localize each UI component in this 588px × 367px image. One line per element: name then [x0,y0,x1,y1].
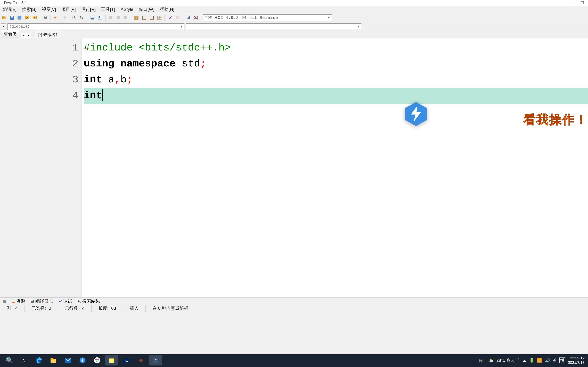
svg-rect-58 [24,359,26,360]
class-view-tab[interactable]: 查看类 [1,30,20,38]
bottom-tabs: 资源 编译日志 调试 搜索结果 [0,298,588,305]
menu-tools[interactable]: 工具[T] [99,6,117,13]
members-select[interactable] [186,24,361,30]
open-icon[interactable] [1,14,8,21]
class-sidebar[interactable] [0,38,51,298]
nav-back-button[interactable]: ◄ [1,24,6,30]
bottom-tab-compile[interactable] [1,299,8,304]
cloud-sync-icon[interactable]: ☁ [522,358,527,363]
volume-icon[interactable]: 🔊 [545,358,550,363]
profile-icon[interactable] [185,14,192,21]
search-icon[interactable]: 🔍 [3,355,16,366]
grid2-icon[interactable] [140,14,148,21]
svg-rect-29 [135,16,136,17]
svg-rect-31 [135,18,136,19]
run-icon[interactable] [115,14,122,21]
ime-indicator[interactable]: 英 [553,358,557,363]
menu-run[interactable]: 运行[R] [79,6,97,13]
record-icon[interactable] [134,355,148,366]
menu-search[interactable]: 搜索[S] [20,6,38,13]
baidu-netdisk-icon[interactable] [91,355,104,366]
tab-next-button[interactable]: ► [26,33,31,38]
save-all-icon[interactable] [16,14,23,21]
redo-icon[interactable] [60,14,67,21]
ime-indicator-2[interactable]: 拼 [559,358,565,363]
code-line: #include <bits/stdc++.h> [84,40,588,56]
svg-point-66 [95,359,97,360]
code-editor[interactable]: 1 2 3 4 #include <bits/stdc++.h> using n… [51,38,588,298]
menu-view[interactable]: 视图[V] [40,6,58,13]
edge-icon[interactable] [32,355,45,366]
minimize-button[interactable]: — [570,1,575,5]
code-area[interactable]: #include <bits/stdc++.h> using namespace… [82,38,588,298]
svg-rect-54 [33,300,34,303]
svg-line-18 [82,18,83,19]
svg-rect-1 [2,16,4,17]
notepad-icon[interactable] [105,355,118,366]
code-line: int a,b; [84,72,588,88]
svg-point-15 [73,16,75,18]
powershell-icon[interactable] [120,355,133,366]
mi-icon[interactable]: ᴍı [475,355,488,366]
clock[interactable]: 22:29:12 2021/7/13 [568,356,586,365]
compiler-select[interactable]: TDM-GCC 4.9.2 64-bit Release [203,14,332,21]
status-bar: 列:4 已选择:0 总行数:4 长度:63 插入 在 0 秒内完成解析 [0,305,588,312]
menu-project[interactable]: 项目[P] [60,6,78,13]
grid4-icon[interactable] [156,14,163,21]
separator [183,15,183,21]
tray-chevron-icon[interactable]: ˄ [518,358,520,363]
task-view-icon[interactable] [17,355,31,366]
svg-point-67 [97,359,99,360]
goto-icon[interactable] [89,14,96,21]
separator [201,15,201,21]
bottom-tab-resource[interactable]: 资源 [10,298,26,305]
bottom-tab-compilelog[interactable]: 编译日志 [29,298,54,305]
compile-icon[interactable] [107,14,114,21]
globals-select[interactable]: (globals) [8,24,184,30]
weather-text[interactable]: 28°C 多云 [496,358,515,363]
compile-run-icon[interactable] [122,14,130,21]
separator [69,15,69,21]
print-icon[interactable] [42,14,49,21]
grid3-icon[interactable] [148,14,155,21]
undo-icon[interactable] [52,14,60,21]
file-tab[interactable]: [*] 未命名1 [35,31,61,38]
stop-icon[interactable] [174,14,181,21]
svg-rect-44 [189,16,190,19]
mail-icon[interactable] [61,355,75,366]
status-lines: 总行数:4 [58,305,92,312]
devcpp-icon[interactable]: DEVC++ [149,355,162,366]
bookmark-icon[interactable] [96,14,104,21]
menu-edit[interactable]: 编辑[E] [1,6,18,13]
svg-rect-51 [12,300,15,303]
maximize-button[interactable]: ❐ [580,1,585,5]
menu-astyle[interactable]: AStyle [119,6,135,13]
weather-icon[interactable]: ⛅ [489,358,494,363]
thunder-taskbar-icon[interactable] [76,355,89,366]
window-controls: — ❐ [570,1,587,5]
line-number: 4 [51,88,78,104]
save-icon[interactable] [8,14,16,21]
replace-icon[interactable] [78,14,86,21]
menu-window[interactable]: 窗口[W] [137,6,156,13]
tab-prev-button[interactable]: ◄ [21,33,26,38]
thunder-app-icon[interactable] [403,101,429,127]
svg-line-16 [75,18,76,19]
close-all-icon[interactable] [31,14,38,21]
svg-rect-59 [23,361,25,362]
explorer-icon[interactable] [47,355,60,366]
bottom-tab-searchres[interactable]: 搜索结果 [76,298,101,305]
menu-help[interactable]: 帮助[H] [158,6,176,13]
wifi-icon[interactable]: 📶 [537,358,542,363]
grid1-icon[interactable] [133,14,140,21]
bottom-tab-debug[interactable]: 调试 [57,298,73,305]
line-number: 1 [51,40,78,56]
search-result-icon [78,299,81,303]
status-selected: 已选择:0 [25,305,58,312]
battery-icon[interactable]: 🔋 [529,358,534,363]
find-icon[interactable] [71,14,78,21]
profile-off-icon[interactable] [192,14,199,21]
close-icon[interactable] [24,14,31,21]
svg-rect-57 [22,359,24,360]
debug-icon[interactable] [166,14,173,21]
